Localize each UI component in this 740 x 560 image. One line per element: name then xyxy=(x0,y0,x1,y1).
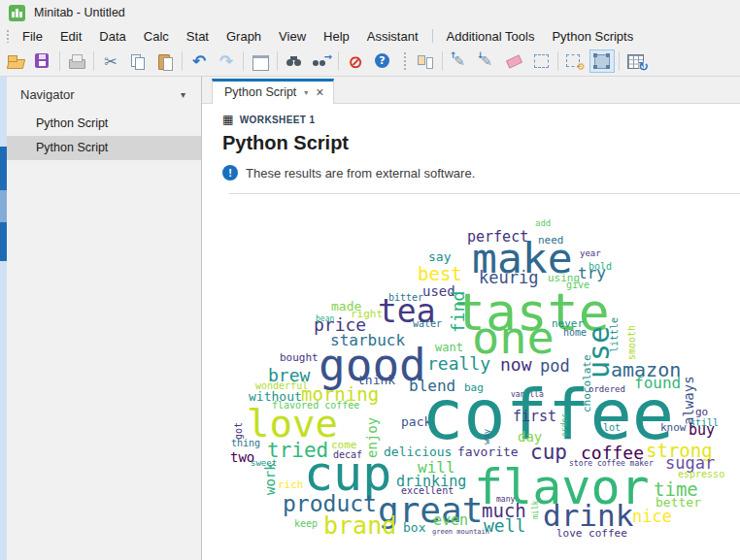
column-layout-icon xyxy=(415,51,436,71)
sidebar-item-python-script-2[interactable]: Python Script xyxy=(7,136,201,160)
cloud-word: even xyxy=(433,513,468,528)
toolbar-help-button[interactable] xyxy=(370,49,395,73)
toolbar-copy-button[interactable] xyxy=(125,49,151,73)
menu-stat[interactable]: Stat xyxy=(178,27,218,46)
menu-file[interactable]: File xyxy=(14,27,51,46)
toolbar-cut-button[interactable] xyxy=(98,49,123,73)
brush-next-icon xyxy=(476,51,497,71)
output-pane: ▦ WORKSHEET 1 Python Script ! These resu… xyxy=(202,104,740,560)
workspace: Navigator ▾ Python ScriptPython Script P… xyxy=(0,77,740,560)
cloud-word: milk xyxy=(532,501,540,519)
toolbar-undo-button[interactable] xyxy=(186,49,212,73)
toolbar xyxy=(0,47,740,77)
menu-grip-handle[interactable] xyxy=(6,29,10,43)
toolbar-print-button[interactable] xyxy=(64,49,89,73)
cloud-word: smooth xyxy=(627,325,637,360)
select-item-icon xyxy=(530,51,552,71)
toolbar-brush-next-button[interactable] xyxy=(474,49,499,73)
cloud-word: bought xyxy=(280,352,319,363)
cloud-word: now xyxy=(500,356,532,374)
toolbar-separator xyxy=(182,51,183,71)
menu-bar: FileEditDataCalcStatGraphViewHelpAssista… xyxy=(0,25,740,47)
undo-icon xyxy=(188,51,210,71)
copy-icon xyxy=(127,51,149,71)
worksheet-label: WORKSHEET 1 xyxy=(240,115,316,125)
toolbar-separator xyxy=(277,51,278,71)
toolbar-paste-button[interactable] xyxy=(152,49,178,73)
toolbar-cancel-button[interactable] xyxy=(343,49,368,73)
menu-help[interactable]: Help xyxy=(315,27,358,46)
toolbar-select-settings-button[interactable] xyxy=(562,49,588,73)
menu-view[interactable]: View xyxy=(270,27,315,46)
navigator-title: Navigator xyxy=(20,87,75,102)
menu-additional-tools[interactable]: Additional Tools xyxy=(438,27,544,46)
chevron-down-icon[interactable]: ▾ xyxy=(181,89,185,100)
window-title: Minitab - Untitled xyxy=(34,6,125,19)
menu-python-scripts[interactable]: Python Scripts xyxy=(543,27,642,46)
cloud-word: many xyxy=(496,496,515,504)
toolbar-column-layout-button[interactable] xyxy=(413,49,438,73)
navigator-header[interactable]: Navigator ▾ xyxy=(7,77,201,112)
minitab-window: Minitab - Untitled FileEditDataCalcStatG… xyxy=(0,0,740,560)
paste-icon xyxy=(154,51,176,71)
page-title: Python Script xyxy=(222,132,740,154)
left-scrollbar[interactable] xyxy=(0,77,7,560)
cloud-word: find xyxy=(450,291,467,333)
cloud-word: really xyxy=(427,355,490,373)
toolbar-new-window-button[interactable] xyxy=(248,49,273,73)
menu-edit[interactable]: Edit xyxy=(51,27,90,46)
open-project-icon xyxy=(5,51,26,71)
print-icon xyxy=(66,51,87,71)
eraser-icon xyxy=(503,51,524,71)
cloud-word: lot xyxy=(603,423,621,433)
tab-close-icon[interactable]: × xyxy=(316,85,323,99)
toolbar-grip-handle[interactable] xyxy=(403,51,407,71)
select-settings-icon xyxy=(564,51,586,71)
cloud-word: buy xyxy=(689,423,715,438)
tab-chevron-down-icon[interactable]: ▾ xyxy=(304,88,308,97)
cloud-word: first xyxy=(513,410,556,424)
cloud-word: bold xyxy=(589,262,612,272)
toolbar-separator xyxy=(93,51,94,71)
menu-graph[interactable]: Graph xyxy=(218,27,270,46)
save-project-icon xyxy=(32,51,53,71)
toolbar-redo-button[interactable] xyxy=(214,49,239,73)
cloud-word: know xyxy=(660,422,687,433)
toolbar-update-worksheet-button[interactable] xyxy=(623,49,649,73)
menu-data[interactable]: Data xyxy=(90,27,134,46)
toolbar-find-next-button[interactable] xyxy=(309,49,334,73)
toolbar-find-button[interactable] xyxy=(282,49,307,73)
tab-python-script[interactable]: Python Script ▾ × xyxy=(212,79,334,104)
new-window-icon xyxy=(250,51,271,71)
cloud-word: add xyxy=(535,219,551,228)
info-icon: ! xyxy=(222,165,238,181)
help-icon xyxy=(372,51,393,71)
cloud-word: delicious xyxy=(384,445,452,458)
cloud-word: keep xyxy=(294,519,318,529)
toolbar-save-project-button[interactable] xyxy=(30,49,55,73)
menu-assistant[interactable]: Assistant xyxy=(358,27,427,46)
toolbar-separator xyxy=(557,51,558,71)
cloud-word: want xyxy=(435,342,463,353)
toolbar-select-item-button[interactable] xyxy=(528,49,554,73)
section-divider xyxy=(229,193,740,194)
tab-label: Python Script xyxy=(224,85,296,99)
cloud-word: box xyxy=(403,521,425,534)
menu-right: Additional ToolsPython Scripts xyxy=(438,27,643,46)
select-area-icon xyxy=(591,51,613,71)
toolbar-eraser-button[interactable] xyxy=(501,49,526,73)
toolbar-separator xyxy=(338,51,339,71)
cloud-word: year xyxy=(580,249,601,258)
toolbar-select-area-button[interactable] xyxy=(589,49,615,73)
menu-calc[interactable]: Calc xyxy=(135,27,178,46)
toolbar-brush-previous-button[interactable] xyxy=(447,49,472,73)
menu-separator xyxy=(432,29,433,43)
cloud-word: favorite xyxy=(457,445,519,458)
cloud-word: work xyxy=(263,462,277,495)
brush-previous-icon xyxy=(449,51,470,71)
cloud-word: way xyxy=(483,429,491,445)
toolbar-open-project-button[interactable] xyxy=(3,49,28,73)
cloud-word: rich xyxy=(278,479,304,490)
sidebar-item-python-script-1[interactable]: Python Script xyxy=(7,112,201,136)
tab-bar: Python Script ▾ × xyxy=(202,77,740,104)
